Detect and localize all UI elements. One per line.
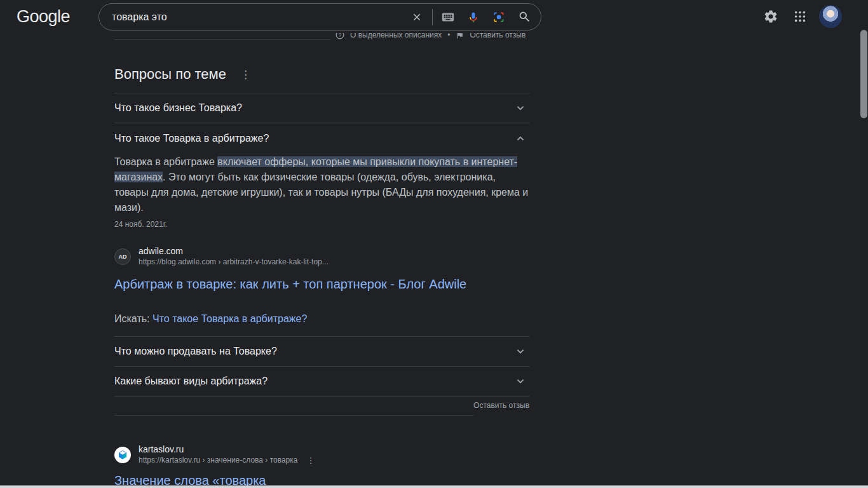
clear-search-button[interactable] [404, 4, 430, 30]
google-lens-icon [492, 11, 505, 24]
profile-avatar[interactable] [819, 5, 842, 28]
result-title-link[interactable]: Арбитраж в товарке: как лить + топ партн… [114, 277, 466, 292]
svg-text:?: ? [339, 32, 342, 38]
apps-grid-icon [793, 10, 807, 24]
settings-button[interactable] [763, 8, 779, 25]
search-for-row: Искать: Что такое Товарка в арбитраже? [114, 313, 529, 325]
paa-expanded-answer: Товарка в арбитраже включает офферы, кот… [114, 153, 529, 337]
search-for-label: Искать: [114, 313, 150, 324]
kartaslov-favicon [114, 447, 131, 463]
microphone-icon [467, 11, 480, 24]
search-submit-button[interactable] [512, 4, 537, 30]
source-row[interactable]: kartaslov.ru https://kartaslov.ru › знач… [114, 444, 529, 466]
paa-question-row[interactable]: Что такое бизнес Товарка? [114, 93, 529, 123]
keyboard-button[interactable] [435, 4, 461, 30]
source-text-block: adwile.com https://blog.adwile.com › arb… [139, 245, 329, 268]
adwile-favicon: AD [114, 248, 131, 265]
source-url-text: https://kartaslov.ru › значение-слова › … [139, 455, 297, 466]
paa-question-row-expanded[interactable]: Что такое Товарка в арбитраже? [114, 123, 529, 153]
paa-question-row[interactable]: Что можно продавать на Товарке? [114, 337, 529, 367]
google-logo[interactable]: Google [17, 7, 70, 27]
answer-date: 24 нояб. 2021г. [114, 220, 529, 229]
answer-pre: Товарка в арбитраже [114, 156, 217, 167]
google-search-results-page: Google [0, 0, 868, 488]
keyboard-icon [441, 10, 455, 24]
paa-question-label: Какие бывают виды арбитража? [114, 376, 268, 387]
people-also-ask-accordion: Что такое бизнес Товарка? Что такое Това… [114, 93, 529, 416]
cube-logo-icon [118, 450, 128, 460]
image-search-button[interactable] [486, 4, 512, 30]
paa-feedback-row: Оставить отзыв [114, 396, 529, 415]
answer-post: . Это могут быть как физические товары (… [114, 172, 528, 213]
source-text-block: kartaslov.ru https://kartaslov.ru › знач… [139, 444, 315, 466]
paa-bottom-divider [114, 415, 473, 416]
paa-question-label: Что такое Товарка в арбитраже? [114, 133, 269, 144]
voice-search-button[interactable] [461, 4, 486, 30]
result-more-options-icon[interactable]: ⋮ [306, 456, 315, 465]
paa-question-label: Что можно продавать на Товарке? [114, 346, 277, 357]
close-icon [411, 11, 423, 23]
paa-more-options-icon[interactable]: ⋮ [240, 69, 251, 80]
search-header: Google [0, 0, 868, 33]
source-site-name: kartaslov.ru [139, 444, 315, 455]
paa-question-row[interactable]: Какие бывают виды арбитража? [114, 367, 529, 396]
source-site-name: adwile.com [139, 245, 329, 257]
google-apps-button[interactable] [792, 8, 808, 25]
chevron-down-icon [513, 344, 528, 359]
organic-result: kartaslov.ru https://kartaslov.ru › знач… [114, 444, 529, 488]
chevron-up-icon [513, 131, 528, 146]
feedback-link-bottom[interactable]: Оставить отзыв [473, 401, 529, 410]
paa-question-label: Что такое бизнес Товарка? [114, 102, 242, 114]
people-also-ask-header: Вопросы по теме ⋮ [114, 65, 529, 83]
results-column: Вопросы по теме ⋮ Что такое бизнес Товар… [114, 65, 529, 488]
source-breadcrumb-url: https://blog.adwile.com › arbitrazh-v-to… [139, 257, 329, 268]
source-breadcrumb-url: https://kartaslov.ru › значение-слова › … [139, 455, 315, 466]
answer-text: Товарка в арбитраже включает офферы, кот… [114, 154, 529, 215]
search-input[interactable] [112, 11, 404, 23]
snippet-bottom-divider [114, 39, 330, 40]
search-for-link[interactable]: Что такое Товарка в арбитраже? [153, 313, 307, 324]
chevron-down-icon [513, 374, 528, 389]
source-row[interactable]: AD adwile.com https://blog.adwile.com › … [114, 245, 529, 268]
search-box[interactable] [98, 3, 541, 30]
chevron-down-icon [513, 100, 528, 116]
search-box-divider [432, 9, 433, 25]
horizontal-scrollbar[interactable] [0, 485, 868, 488]
search-icon [518, 10, 531, 24]
gear-icon [763, 9, 778, 24]
people-also-ask-title: Вопросы по теме [114, 66, 226, 83]
vertical-scrollbar-thumb[interactable] [860, 30, 867, 118]
